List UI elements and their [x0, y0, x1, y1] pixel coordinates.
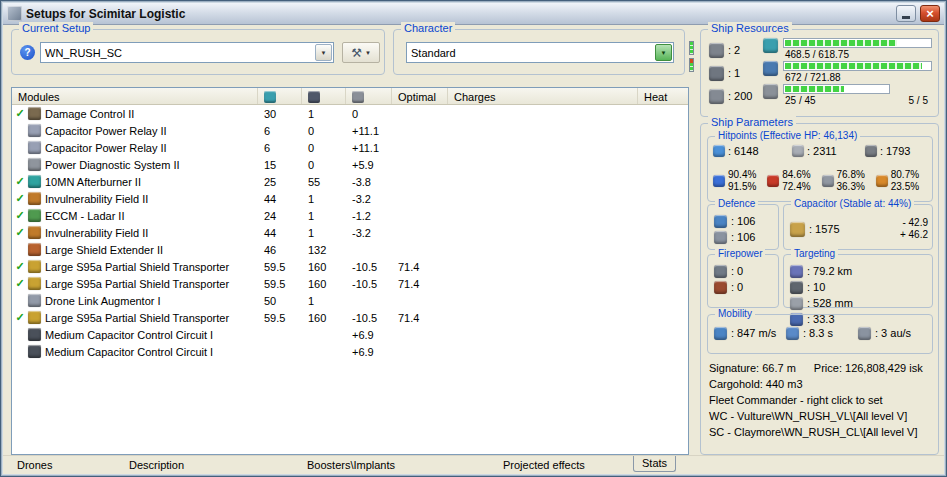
hitpoint-pool-value: : 1793 — [880, 145, 911, 157]
footer-tab[interactable]: Projected effects — [497, 459, 591, 471]
module-powergrid-value: 0 — [302, 159, 346, 171]
setup-combobox-arrow-icon[interactable]: ▼ — [315, 44, 332, 61]
module-row[interactable]: ✓ Invulnerability Field II 44 1 -3.2 — [12, 190, 688, 207]
price-text: Price: 126,808,429 isk — [814, 362, 923, 374]
minimize-button[interactable] — [896, 5, 916, 22]
module-cpu-value: 15 — [258, 159, 302, 171]
module-row[interactable]: ✓ Drone Link Augmentor I 50 1 — [12, 292, 688, 309]
hitpoints-title: Hitpoints (Effective HP: 46,134) — [715, 130, 860, 141]
module-row[interactable]: ✓ Medium Capacitor Control Circuit I +6.… — [12, 343, 688, 360]
defence-stat-value: : 106 — [731, 215, 755, 227]
wing-commander-text: WC - Vulture\WN_RUSH_VL\[All level V] — [709, 410, 923, 426]
module-row[interactable]: ✓ Large Shield Extender II 46 132 — [12, 241, 688, 258]
module-row[interactable]: ✓ Power Diagnostic System II 15 0 +5.9 — [12, 156, 688, 173]
targeting-stat-icon — [790, 281, 803, 294]
module-row[interactable]: ✓ Medium Capacitor Control Circuit I +6.… — [12, 326, 688, 343]
powergrid-icon — [763, 61, 778, 76]
hardpoint-counters: : 2 : 1 : 200 — [709, 42, 752, 111]
fitting-summary: Signature: 66.7 mPrice: 126,808,429 isk … — [709, 362, 923, 442]
module-row[interactable]: ✓ Capacitor Power Relay II 6 0 +11.1 — [12, 122, 688, 139]
module-powergrid-value: 0 — [302, 125, 346, 137]
defence-title: Defence — [715, 198, 758, 209]
module-row[interactable]: ✓ Damage Control II 30 1 0 — [12, 105, 688, 122]
firepower-title: Firepower — [715, 248, 765, 259]
character-combobox-arrow-icon[interactable]: ▼ — [655, 44, 672, 61]
targeting-stat-icon — [790, 297, 803, 310]
hitpoint-pool-icon — [865, 145, 877, 157]
footer-tab[interactable]: Boosters\Implants — [301, 459, 401, 471]
module-name: Large S95a Partial Shield Transporter — [45, 312, 258, 324]
module-name: Invulnerability Field II — [45, 193, 258, 205]
module-optimal-value: 71.4 — [392, 312, 448, 324]
module-name: Capacitor Power Relay II — [45, 125, 258, 137]
firepower-group: Firepower : 0 : 0 — [707, 254, 779, 308]
targeting-stat-icon — [790, 265, 803, 278]
mobility-stat-icon — [786, 327, 799, 340]
module-powergrid-value: 160 — [302, 312, 346, 324]
module-capacitor-value: -10.5 — [346, 278, 392, 290]
module-icon — [28, 243, 41, 256]
module-row[interactable]: ✓ Large S95a Partial Shield Transporter … — [12, 275, 688, 292]
module-capacitor-value: +11.1 — [346, 125, 392, 137]
footer-tab[interactable]: Drones — [11, 459, 58, 471]
module-active-check-icon: ✓ — [12, 192, 28, 205]
setup-combobox[interactable]: WN_RUSH_SC ▼ — [40, 42, 334, 63]
module-row[interactable]: ✓ ECCM - Ladar II 24 1 -1.2 — [12, 207, 688, 224]
slot-counter: : 1 — [709, 65, 752, 81]
module-row[interactable]: ✓ Large S95a Partial Shield Transporter … — [12, 258, 688, 275]
module-row[interactable]: ✓ Capacitor Power Relay II 6 0 +11.1 — [12, 139, 688, 156]
module-capacitor-value: +5.9 — [346, 159, 392, 171]
help-icon[interactable]: ? — [20, 45, 35, 60]
fleet-commander-text[interactable]: Fleet Commander - right click to set — [709, 394, 923, 410]
module-cpu-value: 59.5 — [258, 312, 302, 324]
module-row[interactable]: ✓ Invulnerability Field II 44 1 -3.2 — [12, 224, 688, 241]
close-button[interactable]: × — [920, 5, 940, 22]
targeting-stat: : 10 — [790, 279, 846, 295]
module-icon — [28, 311, 41, 324]
firepower-stat-icon — [714, 281, 727, 294]
module-row[interactable]: ✓ Large S95a Partial Shield Transporter … — [12, 309, 688, 326]
module-powergrid-value: 1 — [302, 227, 346, 239]
powergrid-indicator-bar — [689, 58, 694, 72]
mobility-stat: : 8.3 s — [786, 325, 858, 341]
titlebar[interactable]: Setups for Scimitar Logistic × — [3, 3, 944, 25]
firepower-stat: : 0 — [714, 279, 743, 295]
modules-table-body: ✓ Damage Control II 30 1 0 ✓ Capacitor P… — [12, 105, 688, 360]
module-active-check-icon: ✓ — [12, 277, 28, 290]
shield-resist-value: 80.7% — [891, 169, 919, 181]
mobility-stat-value: : 847 m/s — [731, 327, 776, 339]
module-name: Medium Capacitor Control Circuit I — [45, 329, 258, 341]
cpu-column-header — [258, 88, 302, 104]
module-cpu-value: 6 — [258, 142, 302, 154]
window-title: Setups for Scimitar Logistic — [26, 7, 892, 21]
capacitor-usage: - 42.9 — [900, 217, 928, 229]
shield-resist-value: 90.4% — [728, 169, 756, 181]
footer-tab[interactable]: Stats — [633, 456, 676, 472]
targeting-stat: : 79.2 km — [790, 263, 876, 279]
character-combobox[interactable]: Standard ▼ — [406, 42, 674, 63]
resistance-cell: 76.8% 36.3% — [822, 169, 876, 193]
mobility-stat-value: : 8.3 s — [803, 327, 833, 339]
mobility-stat: : 847 m/s — [714, 325, 786, 341]
setup-tools-button[interactable]: ⚒ ▼ — [342, 42, 380, 63]
mobility-stat: : 3 au/s — [858, 325, 930, 341]
module-powergrid-value: 1 — [302, 108, 346, 120]
powergrid-gauge: 672 / 721.88 — [763, 61, 932, 83]
module-capacitor-value: -10.5 — [346, 261, 392, 273]
capacitor-title: Capacitor (Stable at: 44%) — [791, 198, 914, 209]
powergrid-column-header — [302, 88, 346, 104]
firepower-stat-value: : 0 — [731, 281, 743, 293]
shield-resist-value: 76.8% — [837, 169, 865, 181]
slot-icon — [709, 89, 724, 104]
module-name: Invulnerability Field II — [45, 227, 258, 239]
ship-parameters-group: Ship Parameters Hitpoints (Effective HP:… — [700, 123, 939, 455]
module-cpu-value: 44 — [258, 193, 302, 205]
targeting-stat: : 528 mm — [790, 295, 876, 311]
module-cpu-value: 24 — [258, 210, 302, 222]
module-row[interactable]: ✓ 10MN Afterburner II 25 55 -3.8 — [12, 173, 688, 190]
ship-parameters-title: Ship Parameters — [708, 116, 796, 128]
current-setup-group: Current Setup ? WN_RUSH_SC ▼ ⚒ ▼ — [11, 29, 385, 75]
modules-table: Modules Optimal Charges Heat ✓ Damage Co… — [11, 87, 689, 455]
footer-tab[interactable]: Description — [123, 459, 190, 471]
powergrid-bar — [783, 61, 932, 71]
